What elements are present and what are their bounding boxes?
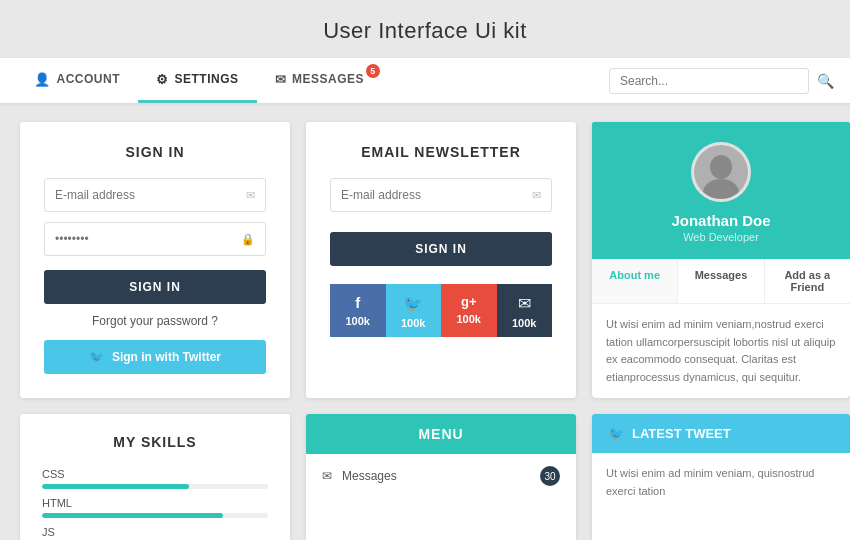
messages-badge: 5: [366, 64, 380, 78]
tab-settings[interactable]: ⚙ SETTINGS: [138, 58, 257, 103]
tab-account[interactable]: 👤 ACCOUNT: [16, 58, 138, 103]
email-social-icon: ✉: [518, 294, 531, 313]
menu-card: MENU ✉ Messages 30: [306, 414, 576, 540]
twitter-signin-button[interactable]: 🐦 Sign in with Twitter: [44, 340, 266, 374]
skill-css-fill: [42, 484, 189, 489]
twitter-social-btn[interactable]: 🐦 100k: [386, 284, 442, 337]
menu-item-messages[interactable]: ✉ Messages 30: [306, 454, 576, 498]
skill-html-label: HTML: [42, 497, 268, 509]
twitter-count: 100k: [401, 317, 425, 329]
profile-tab-add-friend[interactable]: Add as a Friend: [765, 259, 850, 303]
google-count: 100k: [457, 313, 481, 325]
profile-bio: Ut wisi enim ad minim veniam,nostrud exe…: [592, 304, 850, 398]
email-icon: ✉: [246, 189, 255, 202]
person-icon: 👤: [34, 72, 51, 87]
tweet-card: 🐦 LATEST TWEET Ut wisi enim ad minim ven…: [592, 414, 850, 540]
newsletter-title: EMAIL NEWSLETTER: [330, 144, 552, 160]
skill-html-fill: [42, 513, 223, 518]
social-buttons-row: f 100k 🐦 100k g+ 100k ✉ 100k: [330, 284, 552, 337]
search-area: 🔍: [609, 58, 834, 103]
forgot-password-link[interactable]: Forgot your password ?: [44, 314, 266, 328]
profile-header: Jonathan Doe Web Developer: [592, 122, 850, 259]
profile-name: Jonathan Doe: [608, 212, 834, 229]
search-input[interactable]: [609, 68, 809, 94]
newsletter-email-input[interactable]: [341, 188, 521, 202]
svg-point-1: [710, 155, 732, 179]
skill-js: JS: [42, 526, 268, 540]
gear-icon: ⚙: [156, 72, 169, 87]
tweet-header-label: LATEST TWEET: [632, 426, 731, 441]
skill-html: HTML: [42, 497, 268, 518]
password-field-wrapper: 🔒: [44, 222, 266, 256]
envelope-icon: ✉: [275, 72, 287, 87]
menu-messages-label: Messages: [342, 469, 397, 483]
profile-tabs: About me Messages Add as a Friend: [592, 259, 850, 304]
skill-css: CSS: [42, 468, 268, 489]
email-input[interactable]: [55, 188, 235, 202]
profile-avatar: [691, 142, 751, 202]
twitter-social-icon: 🐦: [403, 294, 423, 313]
skill-css-label: CSS: [42, 468, 268, 480]
google-icon: g+: [461, 294, 477, 309]
twitter-icon: 🐦: [89, 350, 104, 364]
newsletter-card: EMAIL NEWSLETTER ✉ SIGN IN f 100k 🐦 100k…: [306, 122, 576, 398]
skills-card: MY SKILLS CSS HTML JS: [20, 414, 290, 540]
skills-title: MY SKILLS: [42, 434, 268, 450]
email-social-btn[interactable]: ✉ 100k: [497, 284, 553, 337]
profile-role: Web Developer: [608, 231, 834, 243]
page-title: User Interface Ui kit: [0, 0, 850, 58]
newsletter-signin-button[interactable]: SIGN IN: [330, 232, 552, 266]
twitter-signin-label: Sign in with Twitter: [112, 350, 221, 364]
signin-button[interactable]: SIGN IN: [44, 270, 266, 304]
tab-settings-label: SETTINGS: [175, 72, 239, 86]
menu-messages-badge: 30: [540, 466, 560, 486]
main-content: SIGN IN ✉ 🔒 SIGN IN Forgot your password…: [0, 104, 850, 540]
newsletter-email-icon: ✉: [532, 189, 541, 202]
skill-css-bar: [42, 484, 268, 489]
google-social-btn[interactable]: g+ 100k: [441, 284, 497, 337]
facebook-social-btn[interactable]: f 100k: [330, 284, 386, 337]
tab-messages-label: MESSAGES: [292, 72, 364, 86]
lock-icon: 🔒: [241, 233, 255, 246]
menu-header: MENU: [306, 414, 576, 454]
skill-js-label: JS: [42, 526, 268, 538]
tab-messages[interactable]: ✉ MESSAGES 5: [257, 58, 383, 103]
profile-tab-about[interactable]: About me: [592, 259, 678, 303]
newsletter-email-wrapper: ✉: [330, 178, 552, 212]
facebook-icon: f: [355, 294, 360, 311]
tab-bar: 👤 ACCOUNT ⚙ SETTINGS ✉ MESSAGES 5 🔍: [0, 58, 850, 104]
email-count: 100k: [512, 317, 536, 329]
tweet-twitter-icon: 🐦: [608, 426, 624, 441]
email-field-wrapper: ✉: [44, 178, 266, 212]
profile-tab-messages[interactable]: Messages: [678, 259, 764, 303]
search-icon[interactable]: 🔍: [817, 73, 834, 89]
tweet-header: 🐦 LATEST TWEET: [592, 414, 850, 453]
tab-account-label: ACCOUNT: [57, 72, 121, 86]
password-input[interactable]: [55, 232, 235, 246]
tweet-body: Ut wisi enim ad minim veniam, quisnostru…: [592, 453, 850, 512]
facebook-count: 100k: [346, 315, 370, 327]
skill-html-bar: [42, 513, 268, 518]
signin-card: SIGN IN ✉ 🔒 SIGN IN Forgot your password…: [20, 122, 290, 398]
menu-messages-icon: ✉: [322, 469, 332, 483]
profile-card: Jonathan Doe Web Developer About me Mess…: [592, 122, 850, 398]
signin-card-title: SIGN IN: [44, 144, 266, 160]
